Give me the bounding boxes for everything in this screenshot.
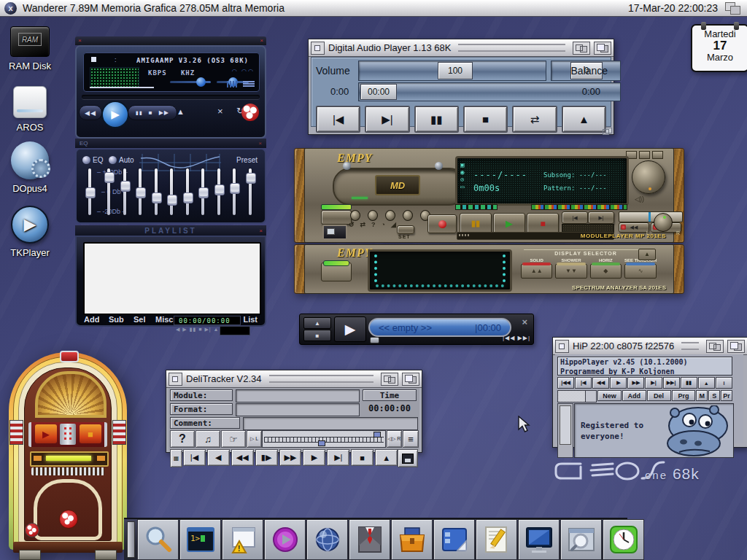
- ruler-handle[interactable]: [318, 440, 325, 446]
- deli-stop-button[interactable]: ■: [351, 449, 374, 466]
- close-gadget-icon[interactable]: [311, 42, 325, 55]
- mixer-button[interactable]: ♫: [196, 430, 220, 448]
- dap-volume-knob[interactable]: 100: [438, 62, 473, 79]
- right-channel-toggle[interactable]: ◁▷ R: [387, 430, 402, 448]
- dock-item-clock[interactable]: [603, 519, 644, 560]
- hip-add-button[interactable]: Add: [622, 390, 646, 401]
- sa-mode-see-through[interactable]: SEE THROUGH∿: [624, 258, 657, 279]
- zoom-gadget-icon[interactable]: [573, 42, 590, 55]
- balance-knob[interactable]: [654, 213, 673, 232]
- deli-prev-button[interactable]: |◀: [183, 449, 206, 466]
- dock-item-browser[interactable]: [306, 519, 348, 560]
- empy-play-button[interactable]: ▶: [493, 213, 525, 234]
- sa-mode-solid[interactable]: SOLID▲▲: [521, 258, 552, 279]
- deli-ffw-button[interactable]: ▶▶: [279, 449, 302, 466]
- prev-button[interactable]: ◀◀: [79, 105, 102, 120]
- hip-eject-button[interactable]: ▲: [698, 377, 715, 389]
- hip-module-list[interactable]: Registered to everyone!: [574, 403, 734, 458]
- preset-button[interactable]: Preset: [236, 156, 258, 164]
- hip-prev-button[interactable]: |◀: [575, 377, 592, 389]
- option-mini-button[interactable]: ▦: [170, 449, 182, 467]
- eq-band-slider[interactable]: [123, 168, 126, 215]
- volume-knob[interactable]: [632, 160, 665, 194]
- dock-item-monitor[interactable]: [518, 519, 560, 560]
- empy-power-button[interactable]: [321, 210, 352, 225]
- eq-band-slider[interactable]: [170, 168, 173, 215]
- empy-seek-slider[interactable]: [619, 211, 683, 222]
- time-button[interactable]: Time: [363, 389, 417, 401]
- stop-button[interactable]: ■: [149, 109, 153, 116]
- playlist-sub-button[interactable]: Sub: [109, 315, 124, 324]
- resize-gadget-icon[interactable]: [600, 128, 612, 134]
- menubar[interactable]: x Wanderer 7.89M Memoria Grafica 278.05M…: [0, 0, 747, 17]
- comment-field[interactable]: [243, 417, 418, 430]
- hip-titlebar[interactable]: HiP 22:00 c8075 f22576: [553, 338, 747, 355]
- deli-play-pattern-button[interactable]: ▮▶: [255, 449, 278, 466]
- dock-item-archiver[interactable]: [391, 519, 433, 560]
- hip-next-button[interactable]: ▶|: [645, 377, 662, 389]
- scroll-mode-icon[interactable]: [243, 81, 255, 88]
- screen-depth-gadget-icon[interactable]: [724, 2, 743, 14]
- deli-play-button[interactable]: ▶: [303, 449, 325, 466]
- playlist-sel-button[interactable]: Sel: [133, 315, 146, 324]
- mini-prev-next-buttons[interactable]: |◀◀ ▶▶|: [503, 335, 530, 341]
- deli-titlebar[interactable]: DeliTracker V2.34: [166, 370, 422, 388]
- hip-pause-button[interactable]: ▮▮: [681, 377, 697, 389]
- eq-band-slider[interactable]: [249, 168, 252, 215]
- hip-prev-song-button[interactable]: |◀◀: [557, 377, 574, 389]
- dap-volume-slider[interactable]: 100: [358, 61, 546, 81]
- dap-prev-button[interactable]: |◀: [316, 106, 360, 133]
- desktop-icon-dopus4[interactable]: DOpus4: [4, 141, 55, 194]
- set-button[interactable]: [397, 225, 414, 234]
- close-gadget-icon[interactable]: [555, 340, 569, 353]
- eq-band-slider[interactable]: [107, 168, 110, 215]
- playlist-titlebar[interactable]: PLAYLIST×: [75, 225, 266, 236]
- left-channel-toggle[interactable]: ▷ L: [247, 430, 262, 448]
- dap-shuffle-button[interactable]: ⇄: [512, 106, 557, 133]
- dock-item-business[interactable]: [349, 519, 390, 560]
- amigaamp-titlebar[interactable]: ××: [75, 36, 266, 45]
- drag-bar[interactable]: [458, 44, 565, 52]
- dock-handle[interactable]: [127, 521, 135, 558]
- dock-item-editor[interactable]: [476, 519, 517, 560]
- playlist-misc-button[interactable]: Misc: [155, 315, 173, 324]
- desktop-icon-ram-disk[interactable]: RAM RAM Disk: [4, 26, 55, 71]
- option-knob[interactable]: [385, 210, 395, 221]
- hip-m-button[interactable]: M: [696, 390, 708, 401]
- desktop-icon-aros[interactable]: AROS: [4, 86, 55, 133]
- dock-item-mediaplayer[interactable]: [264, 519, 306, 560]
- hip-info-button[interactable]: i: [716, 377, 732, 389]
- sa-mode-shower[interactable]: SHOWER▼▼: [555, 258, 587, 279]
- depth-gadget-icon[interactable]: [594, 42, 611, 55]
- ruler-handle[interactable]: [374, 432, 381, 438]
- eq-radio[interactable]: [82, 156, 90, 164]
- dap-next-button[interactable]: ▶|: [365, 106, 409, 133]
- playlist-mini-transport[interactable]: ◀ ▶ ▮▮ ■ ▶| ▲: [176, 327, 220, 332]
- dap-eject-button[interactable]: ▲: [562, 106, 606, 133]
- zoom-gadget-icon[interactable]: [381, 373, 398, 386]
- dap-window[interactable]: Digital Audio Player 1.13 68K Volume 100…: [308, 39, 614, 135]
- format-field[interactable]: [236, 403, 360, 416]
- deli-rew-small-button[interactable]: ◀: [207, 449, 230, 466]
- option-knob[interactable]: [403, 210, 413, 221]
- pause-stop-next-group[interactable]: ▮▮ ■ ▶▶: [128, 105, 177, 120]
- dap-stop-button[interactable]: ■: [463, 106, 508, 133]
- hip-s-button[interactable]: S: [708, 390, 720, 401]
- screen-toggle-button[interactable]: [322, 225, 347, 240]
- dock-item-exchange[interactable]: !: [222, 519, 263, 560]
- module-field[interactable]: [236, 389, 360, 402]
- dock-item-search[interactable]: [137, 519, 179, 560]
- empy-moduleplayer-window[interactable]: EMPY MD ▲ ▣ ◉ ⊙ ▭ ----/---- 0m00s Subson…: [294, 148, 684, 243]
- hip-prg-button[interactable]: Prg: [672, 390, 696, 401]
- dock-item-prefs[interactable]: [433, 519, 475, 560]
- shuffle-button[interactable]: ×: [217, 106, 223, 117]
- next-button[interactable]: ▶▶: [159, 109, 169, 116]
- mini-seek-handle[interactable]: [370, 337, 379, 343]
- eq-band-slider[interactable]: [155, 168, 158, 215]
- hippoplayer-window[interactable]: HiP 22:00 c8075 f22576 HippoPlayer v2.45…: [552, 337, 747, 448]
- dap-pause-button[interactable]: ▮▮: [414, 106, 459, 133]
- hand-button[interactable]: ☞: [221, 430, 246, 448]
- play-button[interactable]: ▶: [101, 101, 129, 128]
- auto-radio[interactable]: [109, 156, 117, 164]
- playlist-list-button[interactable]: List: [243, 315, 258, 324]
